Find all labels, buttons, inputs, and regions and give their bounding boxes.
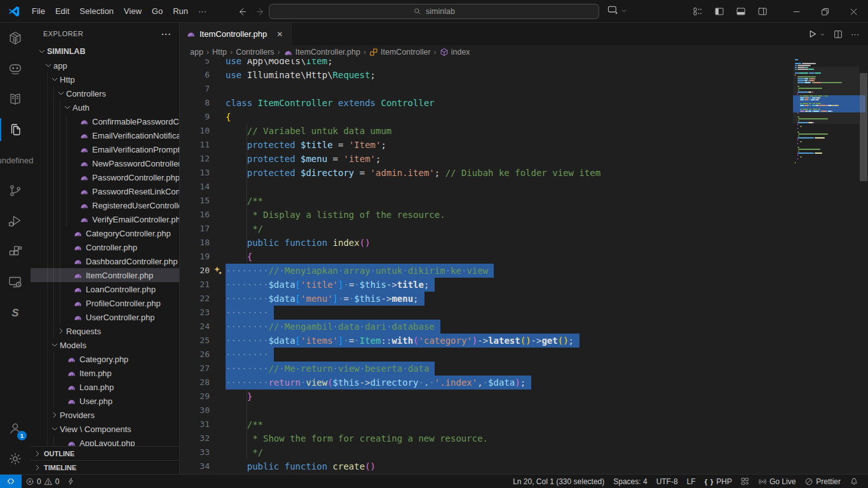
tree-file-usercontroller-php[interactable]: UserController.php (31, 310, 179, 324)
tree-file-passwordcontroller-php[interactable]: PasswordController.php (31, 170, 179, 184)
scrollbar-slider[interactable] (860, 73, 867, 181)
chevron-down-icon (43, 61, 53, 70)
breadcrumb-item-index[interactable]: index (440, 48, 470, 57)
tree-file-controller-php[interactable]: Controller.php (31, 240, 179, 254)
close-button[interactable] (839, 0, 868, 23)
remote-indicator[interactable] (0, 475, 22, 488)
section-outline[interactable]: OUTLINE (31, 446, 179, 460)
status-indentation[interactable]: Spaces: 4 (609, 475, 651, 488)
tree-file-emailverificationnotificatio-[interactable]: EmailVerificationNotificatio… (31, 128, 179, 142)
toggle-panel-button[interactable] (730, 0, 752, 23)
close-tab-icon[interactable]: ✕ (275, 30, 285, 39)
tree-file-confirmablepasswordcontr-[interactable]: ConfirmablePasswordContr… (31, 114, 179, 128)
tree-folder-models[interactable]: Models (31, 338, 179, 352)
forward-arrow-icon[interactable] (253, 4, 268, 18)
tree-file-itemcontroller-php[interactable]: ItemController.php (31, 268, 179, 282)
tree-folder-requests[interactable]: Requests (31, 324, 179, 338)
menu-item-run[interactable]: Run (168, 4, 193, 18)
editor-more-actions[interactable]: ··· (851, 29, 859, 39)
activity-item-s-logo[interactable]: S (0, 297, 31, 328)
more-actions-icon[interactable]: ··· (161, 29, 172, 39)
breadcrumb-separator-icon: › (275, 48, 283, 57)
tree-folder-siminlab[interactable]: SIMINLAB (31, 44, 179, 58)
tree-file-item-php[interactable]: Item.php (31, 366, 179, 380)
minimap[interactable] (793, 59, 859, 474)
copilot-sparkle-icon[interactable] (213, 266, 223, 276)
status-label: Go Live (770, 477, 796, 486)
status-language-mode[interactable]: { }PHP (700, 475, 736, 488)
split-editor-button[interactable] (833, 29, 843, 39)
section-timeline[interactable]: TIMELINE (31, 460, 179, 474)
tree-folder-view---components[interactable]: View \ Components (31, 422, 179, 436)
activity-item-book[interactable] (0, 84, 31, 114)
breadcrumb-item-itemcontroller[interactable]: ItemController (369, 48, 431, 57)
tab-itemcontroller[interactable]: ItemController.php ✕ (180, 23, 292, 45)
status-prettier[interactable]: Prettier (800, 475, 845, 488)
php-file-icon (79, 116, 89, 126)
tree-folder-controllers[interactable]: Controllers (31, 86, 179, 100)
tree-file-category-php[interactable]: Category.php (31, 352, 179, 366)
tree-file-categorycontroller-php[interactable]: CategoryController.php (31, 226, 179, 240)
menu-item-view[interactable]: View (119, 4, 147, 18)
activity-item-search[interactable]: undefined (0, 145, 31, 175)
tree-file-newpasswordcontroller-php[interactable]: NewPasswordController.php (31, 156, 179, 170)
menu-item-moremoremore[interactable]: ··· (193, 4, 212, 18)
tree-item-label: ProfileController.php (86, 299, 161, 308)
copilot-chat-button[interactable] (607, 4, 628, 17)
tree-item-label: PasswordController.php (92, 173, 179, 182)
minimize-button[interactable] (782, 0, 811, 23)
tree-file-verifyemailcontroller-php[interactable]: VerifyEmailController.php (31, 212, 179, 226)
menu-item-selection[interactable]: Selection (74, 4, 118, 18)
run-button[interactable] (807, 29, 825, 39)
toggle-secondary-sidebar-button[interactable] (752, 0, 773, 23)
activity-item-live-preview[interactable] (0, 267, 31, 297)
status-ports[interactable] (736, 475, 754, 488)
toggle-primary-sidebar-button[interactable] (709, 0, 730, 23)
tree-file-registeredusercontroller-p-[interactable]: RegisteredUserController.p… (31, 198, 179, 212)
breadcrumb-item-itemcontroller-php[interactable]: ItemController.php (283, 48, 360, 57)
code-line-22: 22········$data['menu']·=·$this->menu; (180, 292, 868, 306)
tree-file-loan-php[interactable]: Loan.php (31, 380, 179, 394)
menu-item-go[interactable]: Go (147, 4, 168, 18)
activity-item-account[interactable]: 1 (0, 413, 31, 444)
activity-item-settings-gear[interactable] (0, 444, 31, 474)
back-arrow-icon[interactable] (234, 4, 249, 18)
activity-item-copilot[interactable] (0, 53, 31, 84)
tree-file-dashboardcontroller-php[interactable]: DashboardController.php (31, 254, 179, 268)
status-notifications[interactable] (845, 475, 863, 488)
code-text: ········ (226, 348, 274, 362)
tree-file-profilecontroller-php[interactable]: ProfileController.php (31, 296, 179, 310)
search-box[interactable]: siminlab (269, 4, 599, 19)
activity-item-container[interactable] (0, 23, 31, 53)
breadcrumb-item-app[interactable]: app (190, 48, 203, 57)
line-number: 20 (180, 264, 210, 278)
breadcrumb-item-controllers[interactable]: Controllers (236, 48, 274, 57)
activity-item-source-control[interactable] (0, 175, 31, 206)
status-cursor-position[interactable]: Ln 20, Col 1 (330 selected) (508, 475, 609, 488)
activity-item-explorer[interactable] (0, 114, 31, 145)
status-eol[interactable]: LF (682, 475, 700, 488)
menu-item-edit[interactable]: Edit (50, 4, 74, 18)
menu-item-file[interactable]: File (27, 4, 50, 18)
tree-file-emailverificationpromptco-[interactable]: EmailVerificationPromptCo… (31, 142, 179, 156)
customize-layout-button[interactable] (687, 0, 709, 23)
activity-item-extensions[interactable] (0, 236, 31, 267)
status-encoding[interactable]: UTF-8 (652, 475, 682, 488)
tree-file-applayout-php[interactable]: AppLayout.php (31, 436, 179, 446)
tree-file-user-php[interactable]: User.php (31, 394, 179, 408)
tree-file-loancontroller-php[interactable]: LoanController.php (31, 282, 179, 296)
tree-folder-app[interactable]: app (31, 58, 179, 72)
tree-folder-http[interactable]: Http (31, 72, 179, 86)
status-go-live[interactable]: Go Live (754, 475, 800, 488)
problems-indicator[interactable]: 0 0 (22, 475, 63, 488)
tree-folder-providers[interactable]: Providers (31, 408, 179, 422)
activity-item-run-debug[interactable] (0, 206, 31, 236)
breadcrumb-label: ItemController (381, 48, 431, 57)
tree-item-label: RegisteredUserController.p… (92, 201, 179, 210)
restore-button[interactable] (811, 0, 839, 23)
code-editor[interactable]: 5use App\Models\Item;6use Illuminate\Htt… (180, 59, 868, 474)
tree-file-passwordresetlinkcontroll-[interactable]: PasswordResetLinkControll… (31, 184, 179, 198)
tree-folder-auth[interactable]: Auth (31, 100, 179, 114)
breadcrumb-item-http[interactable]: Http (212, 48, 227, 57)
thunder-indicator[interactable] (63, 475, 79, 488)
